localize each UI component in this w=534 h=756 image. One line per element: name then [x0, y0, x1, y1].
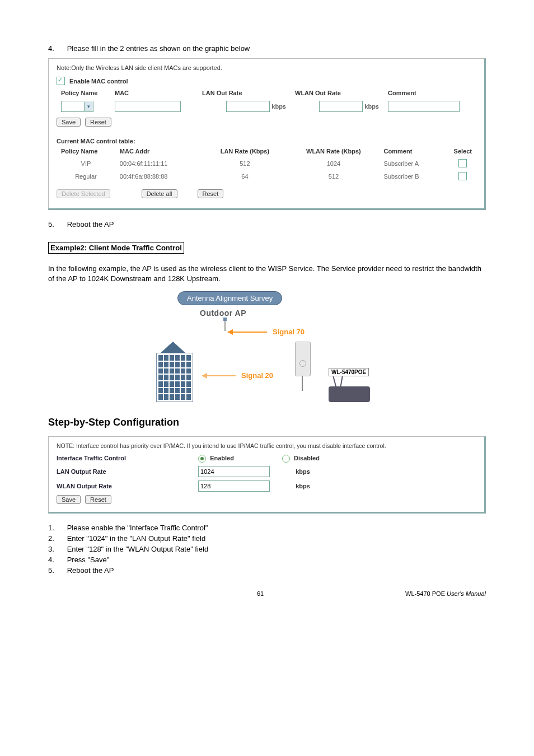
reset-button-2[interactable]: Reset: [198, 189, 224, 198]
th-lan: LAN Rate (Kbps): [202, 146, 288, 157]
footer-model: WL-5470 POE: [405, 590, 447, 597]
delete-all-button[interactable]: Delete all: [142, 189, 177, 198]
save-button-2[interactable]: Save: [57, 495, 81, 504]
delete-selected-button[interactable]: Delete Selected: [57, 189, 110, 198]
step-text: Reboot the AP: [67, 220, 114, 228]
kbps-label: kbps: [364, 103, 379, 110]
panel2-note: NOTE: Interface control has priority ove…: [57, 442, 476, 449]
step-text: Enter "128" in the "WLAN Output Rate" fi…: [67, 545, 209, 553]
reset-button-3[interactable]: Reset: [85, 495, 111, 504]
section-heading: Step-by-Step Configuration: [48, 417, 486, 428]
kbps-label: kbps: [296, 483, 310, 489]
lan-rate-input[interactable]: [226, 101, 270, 112]
header-policy: Policy Name: [57, 87, 110, 99]
step-4: 4. Please fill in the 2 entries as shown…: [48, 44, 486, 53]
enable-mac-label: Enable MAC control: [69, 78, 128, 85]
cell-wlan: 1024: [288, 157, 379, 170]
step-1: 1. Please enable the "Interface Traffic …: [48, 524, 486, 532]
step-5b: 5. Reboot the AP: [48, 566, 486, 575]
building-icon: [156, 342, 193, 402]
page-number: 61: [115, 590, 405, 597]
cell-mac: 00:04:6f:11:11:11: [115, 157, 202, 170]
example2-body: In the following example, the AP is used…: [48, 264, 486, 283]
table-row: Regular 00:4f:6a:88:88:88 64 512 Subscri…: [57, 170, 476, 183]
step-text: Press "Save": [67, 556, 110, 564]
mac-control-panel: Note:Only the Wireless LAN side client M…: [48, 58, 486, 210]
step-number: 3.: [48, 545, 65, 553]
th-select: Select: [449, 146, 476, 157]
router-icon: [329, 386, 370, 402]
header-mac: MAC: [110, 87, 198, 99]
reset-button[interactable]: Reset: [85, 118, 111, 127]
cable-icon: [302, 376, 303, 391]
panel-note: Note:Only the Wireless LAN side client M…: [57, 64, 476, 71]
cell-policy: VIP: [57, 157, 115, 170]
row-select-checkbox[interactable]: [458, 159, 467, 167]
step-text: Enter "1024" in the "LAN Output Rate" fi…: [67, 534, 206, 543]
cell-policy: Regular: [57, 170, 115, 183]
lan-output-input[interactable]: [198, 466, 270, 477]
header-comment: Comment: [383, 87, 476, 99]
th-policy: Policy Name: [57, 146, 115, 157]
disabled-label: Disabled: [294, 455, 320, 461]
enable-mac-checkbox[interactable]: [57, 77, 65, 85]
wlan-rate-input[interactable]: [319, 101, 363, 112]
itc-label: Interface Traffic Control: [57, 455, 196, 461]
table-title: Current MAC control table:: [57, 138, 476, 144]
cell-comment: Subscriber B: [380, 170, 449, 183]
lan-output-label: LAN Output Rate: [57, 468, 196, 475]
kbps-label: kbps: [271, 103, 286, 110]
wlan-output-label: WLAN Output Rate: [57, 483, 196, 489]
bottom-steps: 1. Please enable the "Interface Traffic …: [48, 524, 486, 575]
footer-right: WL-5470 POE User's Manual: [405, 590, 486, 597]
footer-manual: User's Manual: [447, 590, 486, 597]
step-5: 5. Reboot the AP: [48, 220, 486, 228]
radio-enabled[interactable]: [198, 455, 206, 463]
wlan-output-input[interactable]: [198, 480, 270, 492]
interface-traffic-panel: NOTE: Interface control has priority ove…: [48, 436, 486, 514]
outdoor-ap-icon: [295, 342, 311, 376]
outdoor-ap-label: Outdoor AP: [200, 309, 246, 318]
cell-lan: 512: [202, 157, 288, 170]
mac-input[interactable]: [115, 101, 181, 112]
step-number: 4.: [48, 44, 65, 53]
comment-input[interactable]: [388, 101, 460, 112]
policy-select[interactable]: ▾: [61, 101, 93, 112]
arrow-left-light-icon: [202, 375, 236, 376]
step-2: 2. Enter "1024" in the "LAN Output Rate"…: [48, 534, 486, 543]
step-text: Please enable the "Interface Traffic Con…: [67, 524, 208, 532]
step-number: 4.: [48, 556, 65, 564]
step-text: Reboot the AP: [67, 566, 114, 575]
enabled-label: Enabled: [210, 455, 234, 461]
cell-mac: 00:4f:6a:88:88:88: [115, 170, 202, 183]
table-row: VIP 00:04:6f:11:11:11 512 1024 Subscribe…: [57, 157, 476, 170]
cell-lan: 64: [202, 170, 288, 183]
radio-disabled[interactable]: [282, 455, 290, 463]
example2-heading: Example2: Client Mode Traffic Control: [48, 242, 184, 254]
signal-20-label: Signal 20: [241, 371, 273, 380]
step-text: Please fill in the 2 entries as shown on…: [67, 44, 250, 53]
step-number: 1.: [48, 524, 65, 532]
save-button[interactable]: Save: [57, 118, 81, 127]
th-comment: Comment: [380, 146, 449, 157]
arrow-left-icon: [228, 332, 267, 333]
cell-comment: Subscriber A: [380, 157, 449, 170]
kbps-label: kbps: [296, 468, 310, 475]
header-wlan: WLAN Out Rate: [291, 87, 383, 99]
router-label: WL-5470POE: [329, 368, 369, 376]
diagram: Antenna Alignment Survey Outdoor AP Sign…: [144, 291, 390, 402]
header-lan: LAN Out Rate: [198, 87, 291, 99]
step-3: 3. Enter "128" in the "WLAN Output Rate"…: [48, 545, 486, 553]
step-4b: 4. Press "Save": [48, 556, 486, 564]
step-number: 2.: [48, 534, 65, 543]
th-mac: MAC Addr: [115, 146, 202, 157]
chevron-down-icon: ▾: [84, 102, 93, 111]
signal-70-label: Signal 70: [273, 328, 305, 336]
th-wlan: WLAN Rate (Kbps): [288, 146, 379, 157]
step-number: 5.: [48, 566, 65, 575]
page-footer: 61 WL-5470 POE User's Manual: [48, 590, 486, 597]
row-select-checkbox[interactable]: [458, 172, 467, 180]
cell-wlan: 512: [288, 170, 379, 183]
pill-label: Antenna Alignment Survey: [177, 291, 282, 305]
step-number: 5.: [48, 220, 65, 228]
